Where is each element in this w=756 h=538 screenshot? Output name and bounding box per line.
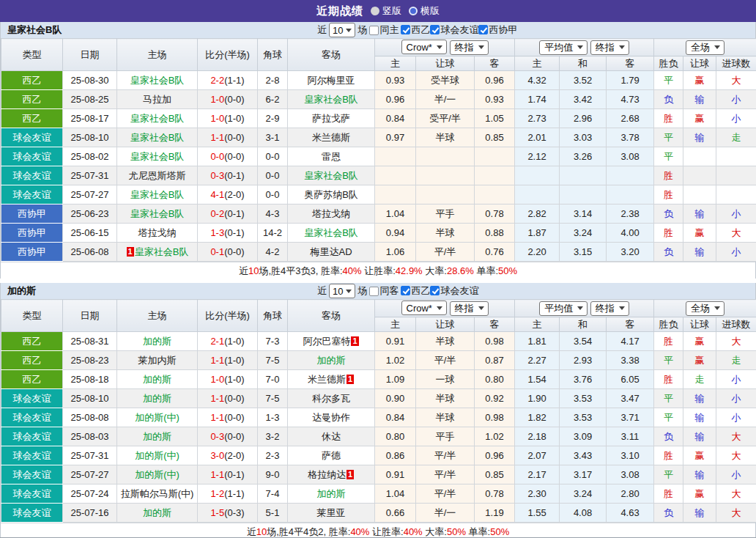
league-filter[interactable]: 西协甲 — [478, 23, 517, 37]
sub-header-avg-away: 客 — [607, 317, 654, 332]
avg-away: 3.38 — [607, 351, 654, 370]
odds-company-select[interactable]: Crow* — [401, 40, 447, 54]
avg-source-value: 平均值 — [544, 41, 573, 54]
home-team: 加的斯 — [117, 427, 198, 446]
scope-select[interactable]: 全场 — [686, 301, 724, 316]
checkbox-checked-icon[interactable] — [478, 25, 488, 34]
avg-source-select[interactable]: 平均值 — [539, 40, 588, 55]
avg-source-select[interactable]: 平均值 — [539, 301, 588, 316]
away-team: 雷恩 — [288, 147, 375, 166]
checkbox-unchecked-icon[interactable] — [369, 26, 379, 35]
halftime-score: (0-0) — [224, 393, 244, 404]
halftime-score: (0-1) — [224, 227, 244, 238]
odds-handicap: 半球 — [416, 332, 475, 351]
summary-text: 大率: — [423, 526, 447, 537]
col-header-date: 日期 — [63, 300, 117, 332]
odds-away: 0.85 — [475, 128, 515, 147]
corner-count: 2-8 — [258, 71, 288, 90]
home-team: 加的斯 — [117, 370, 198, 389]
checkbox-checked-icon[interactable] — [430, 25, 440, 34]
avg-final-select[interactable]: 终指 — [590, 40, 629, 55]
home-team-name: 加的斯 — [143, 336, 171, 347]
checkbox-unchecked-icon[interactable] — [369, 287, 379, 296]
odds-home: 1.02 — [375, 351, 416, 370]
fulltime-score: 1-1 — [210, 132, 224, 143]
league-label: 西乙 — [411, 23, 430, 37]
result-handicap: 赢 — [683, 446, 716, 465]
away-team: 阿尔巴塞特1 — [288, 332, 375, 351]
checkbox-checked-icon[interactable] — [401, 286, 410, 295]
odds-handicap: 平/半 — [416, 484, 475, 504]
summary-text: 28.6% — [447, 265, 474, 276]
odds-home — [375, 185, 416, 204]
match-row: 球会友谊25-07-31加的斯(中)3-0(2-0)2-3萨德0.86平/半0.… — [1, 446, 756, 465]
home-team: 塔拉戈纳 — [117, 224, 198, 243]
odds-away: 0.92 — [475, 389, 515, 408]
match-row: 球会友谊25-07-31尤尼恩斯塔斯0-3(0-1)0-0皇家社会B队胜 — [1, 166, 756, 185]
away-team-name: 雷恩 — [322, 151, 341, 162]
result-goals: 小 — [716, 370, 756, 389]
recent-results-page: 近期战绩 竖版 横版 皇家社会B队 近 10 场 同主 — [0, 0, 756, 538]
league-filter[interactable]: 球会友谊 — [430, 284, 478, 298]
match-date: 25-08-10 — [63, 389, 117, 408]
recent-count-select[interactable]: 10 — [329, 23, 355, 37]
home-team-name: 皇家社会B队 — [130, 113, 185, 124]
league-filters: 西乙球会友谊西协甲 — [401, 23, 517, 37]
corner-count: 3-1 — [258, 128, 288, 147]
avg-away: 4.00 — [607, 224, 654, 243]
layout-option-horizontal[interactable]: 横版 — [409, 4, 440, 18]
result-outcome: 负 — [654, 427, 683, 446]
checkbox-checked-icon[interactable] — [430, 286, 440, 295]
scope-select[interactable]: 全场 — [686, 40, 724, 55]
avg-draw: 3.43 — [560, 446, 607, 465]
sub-header-result-outcome: 胜负 — [654, 56, 683, 71]
league-filter[interactable]: 西乙 — [401, 23, 430, 37]
radio-checked-icon[interactable] — [409, 7, 418, 15]
league-label: 西乙 — [411, 284, 430, 298]
same-venue-filter[interactable]: 同主 — [369, 23, 399, 37]
result-outcome: 胜 — [654, 224, 683, 243]
result-goals: 走 — [716, 128, 756, 147]
odds-home: 0.93 — [375, 71, 416, 90]
match-row: 西协甲25-06-15塔拉戈纳1-3(0-1)14-2皇家社会B队0.94半球0… — [1, 224, 756, 243]
same-venue-filter[interactable]: 同客 — [369, 284, 399, 298]
fulltime-score: 0-0 — [210, 151, 224, 162]
odds-company-select[interactable]: Crow* — [401, 301, 447, 315]
league-filter[interactable]: 球会友谊 — [430, 23, 478, 37]
league-filters: 西乙球会友谊 — [401, 284, 478, 298]
games-label: 场 — [357, 23, 367, 37]
match-date: 25-08-02 — [63, 147, 117, 166]
league-type-badge: 球会友谊 — [1, 389, 63, 408]
result-outcome: 胜 — [654, 166, 683, 185]
layout-option-vertical[interactable]: 竖版 — [371, 4, 401, 18]
checkbox-checked-icon[interactable] — [401, 25, 410, 34]
result-goals: 大 — [716, 71, 756, 90]
odds-home — [375, 147, 416, 166]
red-card-badge: 1 — [346, 470, 354, 479]
corner-count: 9-0 — [258, 465, 288, 484]
avg-final-select[interactable]: 终指 — [590, 301, 629, 316]
odds-final-select[interactable]: 终指 — [450, 301, 489, 316]
summary-text: 40% — [350, 526, 369, 537]
home-team: 皇家社会B队 — [117, 128, 198, 147]
score-cell: 1-1(0-1) — [198, 465, 258, 484]
recent-count-select[interactable]: 10 — [329, 284, 355, 298]
score-cell: 1-3(0-1) — [198, 224, 258, 243]
match-row: 球会友谊25-07-27加的斯(中)1-1(0-1)9-0格拉纳达10.91平/… — [1, 465, 756, 484]
home-team: 加的斯(中) — [117, 408, 198, 427]
radio-unchecked-icon[interactable] — [371, 7, 379, 15]
sub-header-odds-handicap: 让球 — [416, 317, 475, 332]
home-team: 1皇家社会B队 — [117, 243, 198, 262]
league-filter[interactable]: 西乙 — [401, 284, 430, 298]
fulltime-score: 1-5 — [210, 507, 224, 518]
odds-handicap — [416, 147, 475, 166]
sub-header-odds-handicap: 让球 — [416, 56, 475, 71]
odds-handicap: 一球 — [416, 370, 475, 389]
corner-count: 0-0 — [258, 185, 288, 204]
col-header-home: 主场 — [117, 300, 198, 332]
result-goals: 小 — [716, 90, 756, 109]
away-team-name: 皇家社会B队 — [304, 227, 358, 238]
col-header-score: 比分(半场) — [198, 39, 258, 71]
fulltime-score: 1-1 — [210, 393, 224, 404]
odds-final-select[interactable]: 终指 — [450, 40, 489, 55]
